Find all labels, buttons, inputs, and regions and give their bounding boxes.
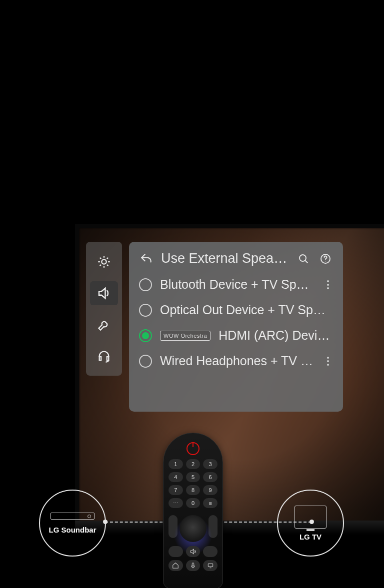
- radio-button[interactable]: [139, 278, 152, 291]
- device-badge-tv: LG TV: [277, 490, 344, 557]
- help-button[interactable]: [318, 251, 333, 266]
- nav-wheel[interactable]: [180, 515, 206, 542]
- option-row[interactable]: WOW OrchestraHDMI (ARC) Devi…: [139, 328, 333, 343]
- panel-header: Use External Speak…: [139, 251, 333, 266]
- search-icon: [298, 253, 310, 265]
- numpad-key[interactable]: 9: [203, 485, 218, 495]
- remote-control: 123456789⋯0≡: [163, 433, 223, 588]
- svg-point-0: [102, 259, 106, 264]
- remote-numpad: 123456789⋯0≡: [168, 459, 218, 508]
- option-row[interactable]: Optical Out Device + TV Sp…: [139, 303, 333, 317]
- side-tab-headset[interactable]: [90, 344, 118, 368]
- numpad-key[interactable]: 2: [186, 459, 200, 469]
- option-label: Optical Out Device + TV Sp…: [160, 303, 333, 317]
- radio-button[interactable]: [139, 304, 152, 317]
- mic-button[interactable]: [186, 560, 200, 571]
- option-more-button[interactable]: [323, 280, 333, 289]
- radio-button[interactable]: [139, 355, 152, 368]
- svg-rect-4: [192, 563, 194, 566]
- sound-icon: [96, 286, 112, 301]
- numpad-key[interactable]: 7: [168, 485, 183, 495]
- list-button[interactable]: [203, 546, 218, 557]
- power-button[interactable]: [186, 442, 200, 455]
- numpad-key[interactable]: ≡: [203, 498, 218, 508]
- stage: Use External Speak… Blutooth Device + TV…: [0, 0, 384, 588]
- mic-icon: [190, 562, 196, 569]
- mute-button[interactable]: [186, 546, 200, 557]
- device-badge-soundbar: LG Soundbar: [39, 490, 106, 557]
- home-icon: [172, 562, 179, 569]
- settings-side-tabs: [86, 242, 122, 376]
- side-tab-brightness[interactable]: [90, 250, 118, 274]
- headset-icon: [97, 349, 111, 363]
- tv-label: LG TV: [300, 533, 322, 541]
- option-more-button[interactable]: [323, 357, 333, 366]
- option-list: Blutooth Device + TV Spea…Optical Out De…: [139, 277, 333, 368]
- mute-icon: [190, 548, 196, 555]
- option-row[interactable]: Wired Headphones + TV Sp…: [139, 354, 333, 368]
- input-icon: [207, 562, 214, 569]
- help-icon: [320, 253, 332, 265]
- sound-output-panel: Use External Speak… Blutooth Device + TV…: [129, 242, 343, 412]
- svg-rect-5: [208, 564, 212, 567]
- numpad-key[interactable]: 5: [186, 472, 200, 482]
- numpad-key[interactable]: ⋯: [168, 498, 183, 508]
- channel-rocker[interactable]: [208, 515, 218, 538]
- numpad-key[interactable]: 1: [168, 459, 183, 469]
- side-tab-tools[interactable]: [90, 313, 118, 337]
- option-label: Wired Headphones + TV Sp…: [160, 354, 315, 368]
- numpad-key[interactable]: 4: [168, 472, 183, 482]
- side-tab-sound[interactable]: [90, 281, 118, 305]
- home-button[interactable]: [168, 560, 183, 571]
- numpad-key[interactable]: 8: [186, 485, 200, 495]
- back-icon: [140, 252, 153, 265]
- soundbar-icon: [50, 513, 94, 520]
- option-label: HDMI (ARC) Devi…: [218, 328, 333, 343]
- search-button[interactable]: [296, 251, 311, 266]
- guide-button[interactable]: [168, 546, 183, 557]
- remote-row-mute: [168, 546, 218, 557]
- panel-title: Use External Speak…: [161, 251, 289, 266]
- volume-rocker[interactable]: [168, 515, 178, 538]
- remote-row-home: [168, 560, 218, 571]
- numpad-key[interactable]: 3: [203, 459, 218, 469]
- wow-orchestra-badge: WOW Orchestra: [160, 331, 210, 341]
- numpad-key[interactable]: 6: [203, 472, 218, 482]
- option-row[interactable]: Blutooth Device + TV Spea…: [139, 277, 333, 292]
- svg-point-3: [325, 261, 326, 261]
- tv-icon: [294, 506, 326, 529]
- back-button[interactable]: [139, 251, 154, 266]
- numpad-key[interactable]: 0: [186, 498, 200, 508]
- tools-icon: [97, 318, 111, 332]
- soundbar-label: LG Soundbar: [49, 526, 96, 534]
- radio-button[interactable]: [139, 329, 152, 342]
- input-button[interactable]: [203, 560, 218, 571]
- brightness-icon: [97, 255, 111, 269]
- option-label: Blutooth Device + TV Spea…: [160, 277, 315, 292]
